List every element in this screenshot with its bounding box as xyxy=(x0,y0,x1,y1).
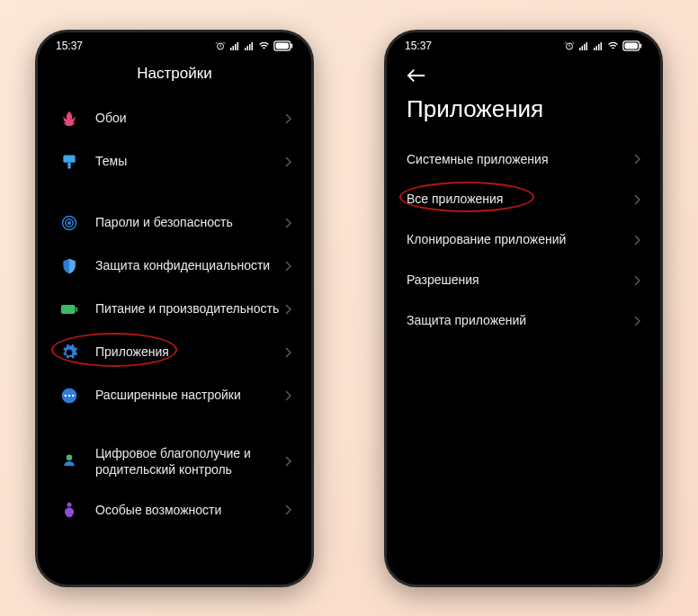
chevron-icon xyxy=(284,456,291,467)
item-accessibility[interactable]: Особые возможности xyxy=(49,488,300,531)
battery-icon xyxy=(622,40,642,51)
svg-rect-27 xyxy=(582,46,584,50)
apps-list: Системные приложения Все приложения Клон… xyxy=(389,139,658,341)
item-system-apps[interactable]: Системные приложения xyxy=(398,139,649,180)
svg-rect-8 xyxy=(252,42,254,50)
item-label: Расширенные настройки xyxy=(95,387,284,404)
item-all-apps[interactable]: Все приложения xyxy=(398,179,649,219)
status-time: 15:37 xyxy=(405,40,432,52)
svg-rect-35 xyxy=(640,43,641,48)
item-app-lock[interactable]: Защита приложений xyxy=(398,300,649,341)
item-label: Приложения xyxy=(95,344,284,361)
screen-apps: 15:37 Приложения Системные приложения Вс… xyxy=(389,34,658,583)
item-label: Разрешения xyxy=(407,272,633,289)
chevron-icon xyxy=(633,154,640,165)
alarm-icon xyxy=(564,40,575,51)
phone-left: 15:37 Настройки Обои xyxy=(35,30,314,587)
wifi-icon xyxy=(607,40,619,51)
chevron-icon xyxy=(284,504,291,515)
wellbeing-icon xyxy=(58,450,81,473)
accessibility-icon xyxy=(58,498,81,522)
item-additional[interactable]: Расширенные настройки xyxy=(49,374,300,417)
screen-settings: 15:37 Настройки Обои xyxy=(40,34,309,583)
svg-rect-12 xyxy=(63,155,75,162)
chevron-icon xyxy=(284,218,291,228)
shield-icon xyxy=(58,254,81,278)
svg-rect-5 xyxy=(245,48,246,50)
item-themes[interactable]: Темы xyxy=(49,140,300,183)
page-title: Приложения xyxy=(389,90,658,139)
item-wellbeing[interactable]: Цифровое благополучие и родительский кон… xyxy=(49,435,300,489)
item-label: Особые возможности xyxy=(95,502,284,519)
volume-button xyxy=(662,140,663,194)
item-apps[interactable]: Приложения xyxy=(49,331,300,374)
svg-rect-18 xyxy=(76,307,78,311)
svg-rect-7 xyxy=(249,44,251,50)
svg-rect-1 xyxy=(230,48,232,50)
svg-rect-28 xyxy=(584,44,586,50)
svg-point-23 xyxy=(67,455,73,461)
svg-rect-32 xyxy=(598,44,600,50)
svg-rect-31 xyxy=(596,46,598,50)
signal-icon-2 xyxy=(244,40,255,51)
gear-icon xyxy=(58,341,81,364)
item-label: Темы xyxy=(95,153,284,170)
svg-point-16 xyxy=(68,221,71,224)
wifi-icon xyxy=(258,40,270,51)
page-title: Настройки xyxy=(40,56,309,97)
svg-rect-11 xyxy=(276,42,289,49)
item-label: Системные приложения xyxy=(407,151,633,168)
chevron-icon xyxy=(284,390,291,401)
item-label: Защита приложений xyxy=(407,312,633,329)
statusbar: 15:37 xyxy=(389,34,658,56)
item-label: Защита конфиденциальности xyxy=(95,257,284,274)
item-label: Все приложения xyxy=(407,191,633,208)
chevron-icon xyxy=(284,156,291,167)
item-label: Клонирование приложений xyxy=(407,231,633,248)
chevron-icon xyxy=(633,316,640,326)
svg-rect-2 xyxy=(233,46,235,50)
chevron-icon xyxy=(284,347,291,358)
battery-perf-icon xyxy=(58,298,81,321)
svg-rect-17 xyxy=(61,305,76,314)
settings-list: Обои Темы Пароли и безопасность xyxy=(40,97,309,532)
chevron-icon xyxy=(284,304,291,315)
signal-icon-2 xyxy=(593,40,604,51)
svg-rect-26 xyxy=(579,48,581,50)
svg-rect-30 xyxy=(594,48,595,50)
status-icons xyxy=(215,40,293,51)
svg-rect-10 xyxy=(291,43,292,48)
svg-rect-6 xyxy=(247,46,249,50)
back-icon[interactable] xyxy=(407,68,426,83)
signal-icon xyxy=(229,40,240,51)
chevron-icon xyxy=(633,194,640,205)
svg-point-20 xyxy=(65,394,67,397)
fingerprint-icon xyxy=(58,211,81,235)
item-permissions[interactable]: Разрешения xyxy=(398,260,649,300)
item-label: Пароли и безопасность xyxy=(95,214,284,231)
chevron-icon xyxy=(284,113,291,124)
power-button xyxy=(662,208,663,244)
item-label: Цифровое благополучие и родительский кон… xyxy=(95,445,284,479)
chevron-icon xyxy=(633,275,640,286)
item-privacy[interactable]: Защита конфиденциальности xyxy=(49,245,300,288)
svg-rect-36 xyxy=(625,42,638,49)
wallpaper-icon xyxy=(58,107,81,130)
volume-button xyxy=(313,140,314,194)
svg-rect-33 xyxy=(601,42,603,50)
chevron-icon xyxy=(633,235,640,246)
brush-icon xyxy=(58,150,81,174)
item-wallpaper[interactable]: Обои xyxy=(49,97,300,140)
alarm-icon xyxy=(215,40,226,51)
svg-rect-4 xyxy=(237,42,239,50)
dots-icon xyxy=(58,384,81,407)
svg-rect-13 xyxy=(67,162,70,168)
status-time: 15:37 xyxy=(56,40,83,52)
item-clone-apps[interactable]: Клонирование приложений xyxy=(398,219,649,260)
battery-icon xyxy=(273,40,293,51)
item-security[interactable]: Пароли и безопасность xyxy=(49,201,300,245)
phone-right: 15:37 Приложения Системные приложения Вс… xyxy=(384,30,663,587)
statusbar: 15:37 xyxy=(40,34,309,56)
item-battery[interactable]: Питание и производительность xyxy=(49,288,300,331)
chevron-icon xyxy=(284,261,291,272)
